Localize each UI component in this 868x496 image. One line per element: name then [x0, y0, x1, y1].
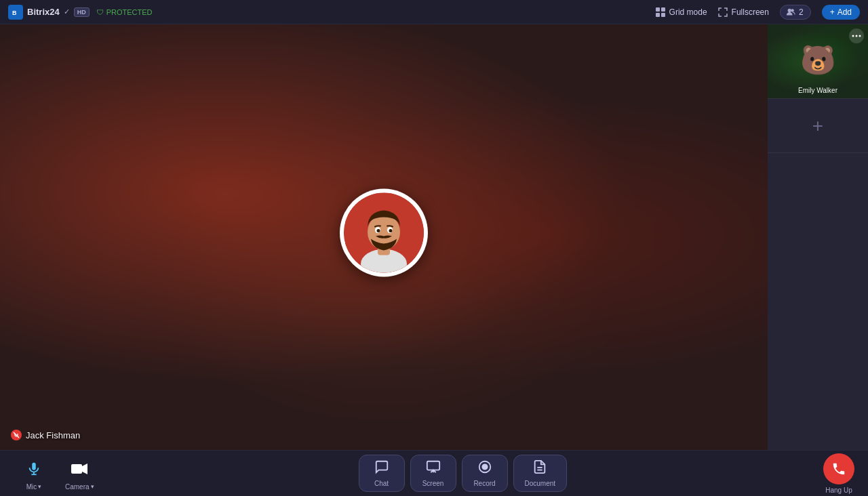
- screen-share-button[interactable]: Screen: [410, 455, 456, 492]
- svg-point-28: [482, 464, 487, 469]
- add-plus-icon: +: [830, 7, 835, 17]
- participants-button[interactable]: 2: [780, 5, 811, 20]
- svg-rect-3: [661, 7, 665, 12]
- camera-icon: [67, 457, 92, 481]
- protected-badge: 🛡 PROTECTED: [96, 8, 153, 16]
- bottom-bar: Mic ▾ Camera ▾: [0, 450, 868, 496]
- svg-point-19: [859, 35, 861, 37]
- screen-label: Screen: [422, 480, 444, 487]
- participant-name-tag: Jack Fishman: [11, 430, 80, 440]
- mic-icon: [22, 457, 46, 481]
- verified-icon: ✓: [64, 7, 70, 16]
- brand: B Bitrix24 ✓ HD: [8, 5, 90, 20]
- main-content: Jack Fishman 🐻 Emily Walker +: [0, 24, 868, 450]
- avatar-ring: [340, 189, 428, 277]
- svg-point-18: [856, 35, 858, 37]
- record-icon: [477, 459, 492, 478]
- svg-rect-23: [71, 464, 82, 474]
- bottom-center-controls: Chat Screen Record: [359, 455, 568, 492]
- svg-point-6: [788, 8, 791, 12]
- avatar-inner: [344, 193, 424, 273]
- svg-point-15: [389, 229, 393, 232]
- hang-up-container: Hang Up: [823, 453, 854, 494]
- grid-mode-label: Grid mode: [669, 7, 707, 17]
- participants-count: 2: [799, 7, 804, 17]
- bottom-left-controls: Mic ▾ Camera ▾: [14, 451, 102, 496]
- document-label: Document: [525, 480, 556, 487]
- camera-label: Camera ▾: [65, 483, 94, 491]
- svg-point-14: [377, 229, 380, 232]
- svg-rect-2: [656, 7, 660, 12]
- video-area: Jack Fishman: [0, 24, 768, 450]
- add-participant-icon: +: [812, 115, 823, 137]
- chat-button[interactable]: Chat: [359, 455, 405, 492]
- svg-rect-4: [656, 13, 660, 17]
- svg-marker-24: [82, 463, 87, 474]
- sidebar-participant-thumb: 🐻 Emily Walker: [768, 24, 868, 99]
- add-participant-panel[interactable]: +: [768, 99, 868, 153]
- shield-icon: 🛡: [96, 8, 104, 16]
- fullscreen-label: Fullscreen: [732, 7, 769, 17]
- svg-rect-5: [661, 13, 665, 17]
- brand-logo: B: [8, 5, 23, 20]
- sidebar: 🐻 Emily Walker +: [768, 24, 868, 450]
- thumb-name: Emily Walker: [768, 87, 868, 94]
- chat-label: Chat: [374, 480, 389, 487]
- mic-button[interactable]: Mic ▾: [14, 451, 54, 496]
- top-bar-right: Grid mode Fullscreen 2 + Add: [656, 5, 860, 20]
- grid-mode-button[interactable]: Grid mode: [656, 7, 707, 17]
- record-button[interactable]: Record: [462, 455, 508, 492]
- sidebar-more-button[interactable]: [849, 28, 864, 43]
- svg-point-17: [852, 35, 854, 37]
- hd-badge: HD: [74, 7, 90, 17]
- brand-name: Bitrix24: [27, 7, 60, 17]
- top-bar-left: B Bitrix24 ✓ HD 🛡 PROTECTED: [8, 5, 153, 20]
- mic-label: Mic ▾: [26, 483, 42, 491]
- add-label: Add: [837, 7, 852, 17]
- svg-rect-20: [32, 462, 36, 470]
- top-bar: B Bitrix24 ✓ HD 🛡 PROTECTED Grid mode: [0, 0, 868, 24]
- camera-chevron: ▾: [91, 483, 94, 490]
- record-label: Record: [473, 480, 495, 487]
- hang-up-label: Hang Up: [825, 487, 852, 494]
- main-avatar-container: [340, 189, 428, 277]
- svg-rect-25: [427, 461, 439, 470]
- camera-button[interactable]: Camera ▾: [57, 451, 102, 496]
- protected-label: PROTECTED: [106, 8, 153, 16]
- mic-off-icon: [11, 430, 22, 440]
- svg-point-7: [791, 9, 793, 12]
- chat-icon: [374, 459, 389, 478]
- screen-share-icon: [426, 459, 441, 478]
- svg-text:B: B: [12, 9, 17, 16]
- document-button[interactable]: Document: [513, 455, 568, 492]
- add-button[interactable]: + Add: [822, 5, 860, 20]
- svg-line-16: [14, 432, 19, 438]
- mic-chevron: ▾: [38, 483, 41, 490]
- main-participant-name: Jack Fishman: [26, 430, 80, 440]
- thumb-avatar-emoji: 🐻: [800, 45, 835, 74]
- document-icon: [532, 459, 547, 478]
- fullscreen-button[interactable]: Fullscreen: [718, 7, 769, 17]
- hang-up-button[interactable]: [823, 453, 854, 484]
